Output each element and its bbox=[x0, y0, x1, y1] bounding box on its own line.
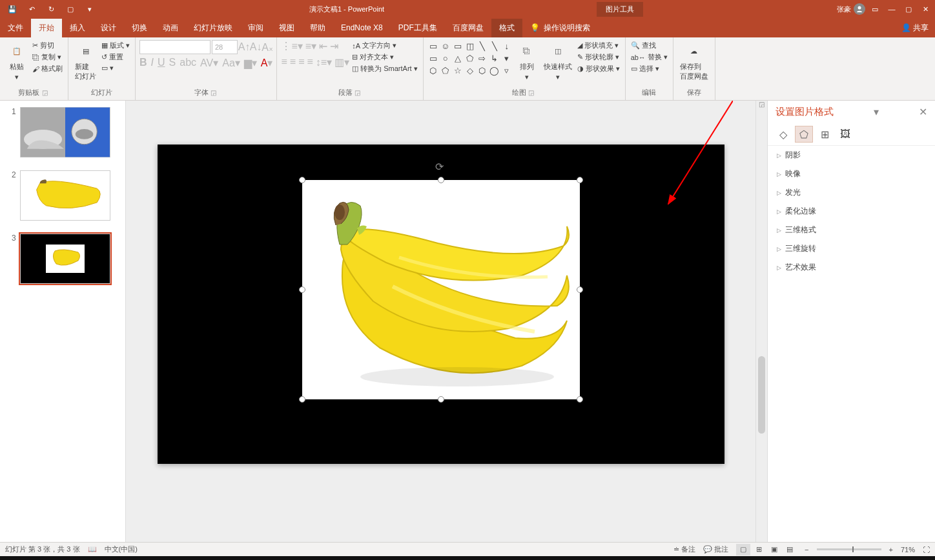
section-glow[interactable]: ▷发光 bbox=[768, 183, 935, 202]
resize-handle-tm[interactable] bbox=[438, 177, 444, 183]
zoom-out-icon[interactable]: − bbox=[805, 546, 808, 554]
tab-transition[interactable]: 切换 bbox=[124, 19, 155, 37]
view-slideshow-icon[interactable]: ▤ bbox=[783, 544, 797, 555]
tab-file[interactable]: 文件 bbox=[0, 19, 31, 37]
bold-icon[interactable]: B bbox=[139, 57, 147, 69]
notes-button[interactable]: ≐ 备注 bbox=[673, 545, 695, 554]
font-launcher-icon[interactable]: ◲ bbox=[211, 89, 218, 96]
section-3d-rotation[interactable]: ▷三维旋转 bbox=[768, 239, 935, 258]
selected-picture[interactable]: ⟳ bbox=[302, 180, 580, 399]
underline-icon[interactable]: U bbox=[158, 57, 165, 69]
paragraph-launcher-icon[interactable]: ◲ bbox=[354, 89, 362, 96]
overflow-icon[interactable]: ◲ bbox=[756, 101, 767, 111]
resize-handle-ml[interactable] bbox=[299, 286, 305, 293]
shape-fill-button[interactable]: ◢形状填充 ▾ bbox=[576, 40, 621, 51]
start-slideshow-icon[interactable]: ▢ bbox=[63, 2, 77, 16]
slide-thumb-1[interactable]: 1 bbox=[0, 101, 125, 164]
tab-baidu[interactable]: 百度网盘 bbox=[445, 19, 491, 37]
tell-me-search[interactable]: 💡 操作说明搜索 bbox=[522, 23, 895, 34]
tab-endnote[interactable]: EndNote X8 bbox=[333, 19, 391, 36]
numbering-icon[interactable]: ≡▾ bbox=[305, 40, 316, 52]
align-center-icon[interactable]: ≡ bbox=[290, 56, 296, 68]
reset-button[interactable]: ↺重置 bbox=[100, 52, 131, 63]
tab-view[interactable]: 视图 bbox=[271, 19, 302, 37]
maximize-icon[interactable]: ▢ bbox=[901, 2, 916, 16]
format-tab-fill-icon[interactable]: ◇ bbox=[774, 126, 792, 143]
tab-format[interactable]: 格式 bbox=[491, 19, 522, 37]
tab-design[interactable]: 设计 bbox=[93, 19, 124, 37]
section-button[interactable]: ▭▾ bbox=[100, 63, 131, 73]
resize-handle-tr[interactable] bbox=[577, 177, 583, 183]
view-normal-icon[interactable]: ▢ bbox=[736, 544, 750, 555]
tab-home[interactable]: 开始 bbox=[31, 19, 62, 37]
undo-icon[interactable]: ↶ bbox=[25, 2, 39, 16]
indent-left-icon[interactable]: ⇤ bbox=[319, 40, 327, 52]
pane-options-icon[interactable]: ▾ bbox=[874, 106, 879, 118]
view-sorter-icon[interactable]: ⊞ bbox=[752, 544, 766, 555]
minimize-icon[interactable]: — bbox=[885, 2, 899, 16]
font-family-combo[interactable] bbox=[139, 40, 211, 54]
drawing-launcher-icon[interactable]: ◲ bbox=[528, 89, 536, 96]
vertical-scrollbar[interactable]: ◲ bbox=[755, 101, 767, 542]
shapes-gallery[interactable]: ▭☺▭◫╲╲↓ ▭○△⬠⇨↳▾ ⬡⬠☆◇⬡◯▿ bbox=[427, 40, 513, 76]
qat-dropdown-icon[interactable]: ▾ bbox=[83, 2, 97, 16]
format-painter-button[interactable]: 🖌格式刷 bbox=[31, 63, 64, 74]
new-slide-button[interactable]: ▤ 新建 幻灯片 bbox=[72, 40, 99, 83]
section-shadow[interactable]: ▷阴影 bbox=[768, 146, 935, 165]
font-color-icon[interactable]: A▾ bbox=[261, 57, 273, 69]
fit-to-window-icon[interactable]: ⛶ bbox=[923, 546, 930, 554]
shape-outline-button[interactable]: ✎形状轮廓 ▾ bbox=[576, 52, 621, 63]
strike-icon[interactable]: S bbox=[169, 57, 176, 69]
format-tab-picture-icon[interactable]: 🖼 bbox=[836, 126, 854, 143]
tab-pdf[interactable]: PDF工具集 bbox=[391, 19, 445, 37]
slide-thumb-2[interactable]: 2 bbox=[0, 164, 125, 227]
resize-handle-mr[interactable] bbox=[577, 286, 583, 293]
highlight-icon[interactable]: ▆▾ bbox=[244, 57, 257, 69]
clipboard-launcher-icon[interactable]: ◲ bbox=[42, 89, 50, 96]
slide-thumb-3[interactable]: 3 bbox=[0, 227, 125, 290]
zoom-in-icon[interactable]: + bbox=[889, 546, 893, 554]
tab-help[interactable]: 帮助 bbox=[302, 19, 333, 37]
spell-check-icon[interactable]: 📖 bbox=[88, 545, 97, 554]
redo-icon[interactable]: ↻ bbox=[44, 2, 58, 16]
line-spacing-icon[interactable]: ↕≡▾ bbox=[316, 56, 332, 68]
resize-handle-bl[interactable] bbox=[299, 396, 305, 403]
tab-insert[interactable]: 插入 bbox=[62, 19, 93, 37]
zoom-level[interactable]: 71% bbox=[901, 546, 915, 554]
align-text-button[interactable]: ⊟对齐文本 ▾ bbox=[351, 52, 418, 63]
shrink-font-icon[interactable]: A↓ bbox=[251, 42, 261, 52]
section-3d-format[interactable]: ▷三维格式 bbox=[768, 221, 935, 239]
align-right-icon[interactable]: ≡ bbox=[298, 56, 304, 68]
clear-format-icon[interactable]: Aₓ bbox=[262, 42, 272, 52]
avatar-icon[interactable] bbox=[854, 3, 865, 15]
resize-handle-tl[interactable] bbox=[299, 177, 305, 183]
slide-thumbnails-panel[interactable]: 1 2 3 bbox=[0, 101, 126, 542]
pane-close-icon[interactable]: ✕ bbox=[919, 106, 927, 118]
slide-canvas[interactable]: ⟳ bbox=[126, 101, 755, 542]
zoom-slider[interactable] bbox=[817, 548, 881, 550]
grow-font-icon[interactable]: A↑ bbox=[239, 42, 249, 52]
save-to-baidu-button[interactable]: ☁ 保存到 百度网盘 bbox=[677, 40, 711, 83]
save-icon[interactable]: 💾 bbox=[5, 2, 19, 16]
columns-icon[interactable]: ▥▾ bbox=[334, 56, 349, 68]
section-artistic[interactable]: ▷艺术效果 bbox=[768, 258, 935, 277]
section-soft-edges[interactable]: ▷柔化边缘 bbox=[768, 202, 935, 221]
find-button[interactable]: 🔍查找 bbox=[630, 40, 669, 51]
case-icon[interactable]: Aa▾ bbox=[222, 57, 240, 69]
select-button[interactable]: ▭选择 ▾ bbox=[630, 63, 669, 74]
view-reading-icon[interactable]: ▣ bbox=[767, 544, 781, 555]
text-direction-button[interactable]: ↕A文字方向 ▾ bbox=[351, 40, 418, 51]
cut-button[interactable]: ✂剪切 bbox=[31, 40, 64, 51]
language-indicator[interactable]: 中文(中国) bbox=[105, 545, 138, 554]
tab-slideshow[interactable]: 幻灯片放映 bbox=[186, 19, 240, 37]
rotate-handle-icon[interactable]: ⟳ bbox=[435, 161, 447, 172]
arrange-button[interactable]: ⿻ 排列▾ bbox=[514, 40, 540, 83]
ribbon-options-icon[interactable]: ▭ bbox=[868, 2, 882, 16]
resize-handle-bm[interactable] bbox=[438, 396, 444, 403]
italic-icon[interactable]: I bbox=[151, 57, 154, 69]
shadow-icon[interactable]: abc bbox=[180, 57, 196, 69]
section-reflection[interactable]: ▷映像 bbox=[768, 165, 935, 183]
layout-button[interactable]: ▦版式 ▾ bbox=[100, 40, 131, 51]
format-tab-effects-icon[interactable]: ⬠ bbox=[795, 126, 813, 143]
close-icon[interactable]: ✕ bbox=[918, 2, 932, 16]
